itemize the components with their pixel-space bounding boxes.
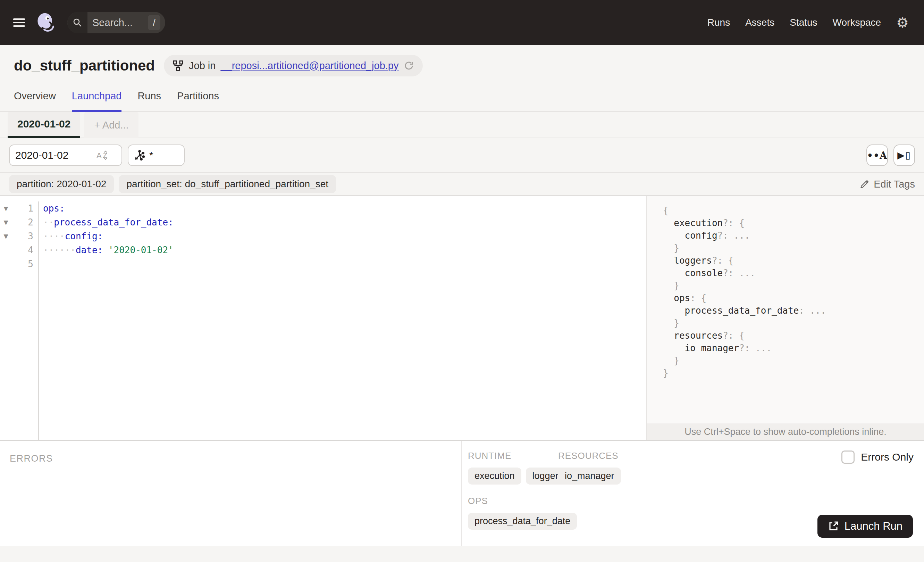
schema-line: console?: ...	[663, 267, 924, 279]
section-runtime: RUNTIME executionloggers	[468, 451, 558, 485]
schema-line: }	[663, 354, 924, 367]
fold-toggle-icon[interactable]: ▼	[0, 215, 12, 229]
job-origin-link[interactable]: __reposi...artitioned@partitioned_job.py	[220, 60, 399, 72]
config-tab-2020-01-02[interactable]: 2020-01-02	[8, 112, 80, 138]
op-selector-input[interactable]	[149, 149, 177, 161]
edit-tags-button[interactable]: Edit Tags	[860, 179, 915, 190]
search-icon	[68, 12, 87, 33]
nav-assets[interactable]: Assets	[745, 17, 774, 28]
nav-status[interactable]: Status	[790, 17, 817, 28]
schema-line: }	[663, 242, 924, 254]
job-tabs: Overview Launchpad Runs Partitions	[0, 77, 924, 112]
nav-runs[interactable]: Runs	[707, 17, 730, 28]
line-number: 3	[12, 229, 38, 243]
tab-launchpad[interactable]: Launchpad	[72, 90, 122, 112]
schema-line: {	[663, 204, 924, 217]
schema-line: io_manager?: ...	[663, 342, 924, 354]
config-schema-panel: { execution?: { config?: ... } loggers?:…	[646, 196, 924, 440]
schema-line: }	[663, 279, 924, 292]
hamburger-menu-icon[interactable]	[13, 18, 25, 27]
top-nav-links: Runs Assets Status Workspace	[707, 17, 881, 28]
fold-toggle-icon[interactable]: ▼	[0, 229, 12, 243]
job-origin-prefix: Job in	[189, 60, 216, 72]
section-title-ops: OPS	[468, 496, 558, 506]
top-navigation-bar: / Runs Assets Status Workspace ⚙	[0, 0, 924, 45]
op-selector-graph-icon	[134, 150, 145, 161]
line-number: 2	[12, 215, 38, 229]
tag-partition-set: partition_set: do_stuff_partitioned_part…	[119, 175, 336, 193]
sort-az-icon[interactable]: A Z	[95, 150, 110, 161]
launch-run-label: Launch Run	[844, 520, 903, 532]
global-search[interactable]: /	[68, 12, 165, 33]
config-chip[interactable]: execution	[468, 467, 521, 485]
config-editor[interactable]: ▼1▼2▼345 ops:··process_data_for_date:···…	[0, 196, 646, 440]
schema-line: config?: ...	[663, 229, 924, 242]
settings-gear-icon[interactable]: ⚙	[896, 16, 909, 30]
config-sections: RUNTIME executionloggers RESOURCES io_ma…	[468, 451, 621, 530]
job-graph-icon	[172, 60, 184, 72]
tab-runs[interactable]: Runs	[138, 90, 161, 112]
errors-section-label: ERRORS	[10, 453, 53, 464]
errors-only-toggle[interactable]: Errors Only	[842, 451, 914, 464]
dagster-logo-icon[interactable]	[35, 12, 56, 33]
autocomplete-toggle-button[interactable]: ••A	[866, 144, 888, 166]
launchpad-main: ▼1▼2▼345 ops:··process_data_for_date:···…	[0, 196, 924, 440]
schema-line: process_data_for_date: ...	[663, 304, 924, 317]
schema-line: resources?: {	[663, 329, 924, 342]
schema-lines: { execution?: { config?: ... } loggers?:…	[663, 204, 924, 379]
config-chip[interactable]: io_manager	[558, 467, 621, 485]
errors-only-label: Errors Only	[861, 451, 914, 463]
launchpad-toolbar: A Z ••A ▶▯	[0, 138, 924, 173]
section-title-runtime: RUNTIME	[468, 451, 558, 461]
bottom-panel: ERRORS RUNTIME executionloggers RESOURCE…	[0, 440, 924, 546]
editor-gutter: ▼1▼2▼345	[0, 201, 39, 440]
svg-text:A: A	[96, 151, 102, 160]
tag-partition: partition: 2020-01-02	[9, 175, 114, 193]
tags-row: partition: 2020-01-02 partition_set: do_…	[0, 173, 924, 196]
pencil-icon	[860, 179, 870, 189]
line-number: 4	[12, 243, 38, 257]
schema-line: }	[663, 317, 924, 329]
code-line[interactable]: ····config:	[43, 229, 646, 243]
section-title-resources: RESOURCES	[558, 451, 621, 461]
line-number: 5	[12, 257, 38, 271]
op-selector[interactable]	[128, 144, 184, 166]
job-origin-pill: Job in __reposi...artitioned@partitioned…	[164, 55, 423, 77]
schema-line: ops: {	[663, 292, 924, 304]
page-title: do_stuff_partitioned	[14, 57, 155, 74]
whitespace-toggle-button[interactable]: ▶▯	[894, 144, 915, 166]
bottom-divider	[461, 441, 462, 546]
tab-overview[interactable]: Overview	[14, 90, 56, 112]
line-number: 1	[12, 201, 38, 215]
add-config-tab-button[interactable]: + Add...	[84, 112, 138, 138]
fold-toggle-icon[interactable]: ▼	[0, 201, 12, 215]
edit-tags-label: Edit Tags	[874, 179, 915, 190]
section-resources: RESOURCES io_manager	[558, 451, 621, 485]
schema-line: }	[663, 367, 924, 379]
code-line[interactable]	[43, 257, 646, 271]
launch-run-button[interactable]: Launch Run	[818, 515, 913, 538]
section-ops: OPS process_data_for_date	[468, 496, 558, 530]
tab-partitions[interactable]: Partitions	[177, 90, 219, 112]
search-input[interactable]	[87, 17, 148, 29]
partition-input[interactable]	[15, 149, 95, 161]
launch-external-icon	[828, 521, 839, 532]
launchpad-config-tabs: 2020-01-02 + Add...	[0, 112, 924, 138]
nav-workspace[interactable]: Workspace	[833, 17, 881, 28]
partition-selector[interactable]: A Z	[9, 144, 122, 166]
search-shortcut-badge: /	[148, 15, 160, 30]
editor-code[interactable]: ops:··process_data_for_date:····config:·…	[39, 201, 646, 440]
schema-line: execution?: {	[663, 217, 924, 229]
autocomplete-hint: Use Ctrl+Space to show auto-completions …	[647, 424, 924, 440]
reload-repository-icon[interactable]	[404, 60, 414, 71]
job-header: do_stuff_partitioned Job in __reposi...a…	[0, 45, 924, 112]
code-line[interactable]: ops:	[43, 201, 646, 215]
schema-line: loggers?: {	[663, 254, 924, 267]
code-line[interactable]: ······date: '2020-01-02'	[43, 243, 646, 257]
code-line[interactable]: ··process_data_for_date:	[43, 215, 646, 229]
config-chip[interactable]: process_data_for_date	[468, 513, 577, 530]
errors-only-checkbox[interactable]	[842, 451, 855, 464]
